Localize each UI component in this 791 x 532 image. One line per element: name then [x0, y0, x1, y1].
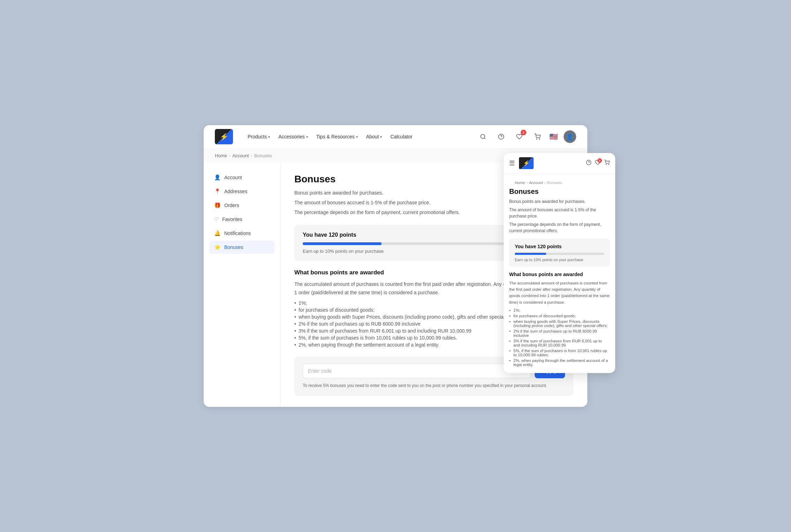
mobile-progress-fill: [515, 253, 546, 255]
page-wrapper: ⚡ Products ▾ Accessories ▾ Tips & Resour…: [204, 125, 587, 407]
logo-area[interactable]: ⚡: [215, 129, 233, 144]
mobile-list-item: 3% if the sum of purchases from RUR 6,00…: [509, 338, 610, 348]
mobile-what-body: The accumulated amount of purchases is c…: [509, 280, 610, 306]
mobile-navbar: ☰ ⚡ 2: [504, 153, 615, 174]
mobile-page-title: Bonuses: [509, 188, 610, 196]
heart-icon: ♡: [214, 216, 219, 222]
breadcrumb-sep2: ›: [251, 153, 252, 158]
wishlist-button[interactable]: 2: [513, 130, 526, 143]
breadcrumb-account[interactable]: Account: [232, 153, 249, 158]
mobile-sep2: ›: [544, 181, 546, 185]
wishlist-badge: 2: [521, 130, 526, 135]
mobile-wishlist-badge: 2: [597, 158, 602, 163]
user-avatar[interactable]: 👤: [564, 130, 576, 143]
location-icon: 📍: [214, 188, 221, 195]
nav-tips-label: Tips & Resources: [316, 134, 355, 139]
progress-bar-fill: [303, 242, 382, 245]
nav-links: Products ▾ Accessories ▾ Tips & Resource…: [244, 131, 466, 142]
sidebar-item-account[interactable]: 👤 Account: [209, 171, 274, 184]
chevron-down-icon: ▾: [268, 135, 270, 139]
sidebar-item-bonuses[interactable]: ⭐ Bonuses: [209, 241, 274, 254]
sidebar-item-addresses[interactable]: 📍 Addresses: [209, 185, 274, 198]
breadcrumb-home[interactable]: Home: [215, 153, 227, 158]
chevron-down-icon: ▾: [380, 135, 382, 139]
mobile-what-title: What bonus points are awarded: [509, 272, 610, 277]
nav-about[interactable]: About ▾: [363, 131, 386, 142]
cart-button[interactable]: [531, 130, 544, 143]
mobile-points-card: You have 120 points Earn up to 10% point…: [509, 239, 610, 267]
orders-icon: 🎁: [214, 202, 221, 208]
navbar: ⚡ Products ▾ Accessories ▾ Tips & Resour…: [204, 125, 587, 149]
sidebar-item-notifications[interactable]: 🔔 Notifications: [209, 227, 274, 240]
sidebar-label-bonuses: Bonuses: [224, 244, 243, 250]
mobile-list-item: 1%;: [509, 307, 610, 313]
breadcrumb-current: Bonuses: [254, 153, 272, 158]
sidebar-item-favorites[interactable]: ♡ Favorites: [209, 213, 274, 226]
mobile-cart-button[interactable]: [604, 160, 610, 167]
user-icon: 👤: [214, 174, 221, 181]
mobile-wishlist-button[interactable]: 2: [595, 160, 601, 167]
nav-products-label: Products: [248, 134, 267, 139]
nav-calculator-label: Calculator: [390, 134, 412, 139]
sidebar-label-notifications: Notifications: [224, 230, 251, 236]
mobile-help-button[interactable]: [586, 160, 592, 167]
mobile-menu-icon[interactable]: ☰: [509, 159, 515, 167]
mobile-content: Home › Account › Bonuses Bonuses Bonus p…: [504, 174, 615, 373]
sidebar-label-account: Account: [224, 175, 242, 180]
svg-point-6: [609, 164, 609, 165]
mobile-breadcrumb-home[interactable]: Home: [515, 181, 525, 185]
chevron-down-icon: ▾: [356, 135, 358, 139]
mobile-logo: ⚡: [519, 157, 534, 169]
svg-point-2: [536, 139, 537, 139]
mobile-progress-background: [515, 253, 604, 255]
svg-point-5: [606, 164, 606, 165]
sidebar: 👤 Account 📍 Addresses 🎁 Orders ♡ Favorit…: [204, 162, 280, 407]
mobile-list-item: 5%, if the sum of purchases is from 10,0…: [509, 348, 610, 358]
sidebar-item-orders[interactable]: 🎁 Orders: [209, 199, 274, 212]
nav-about-label: About: [366, 134, 379, 139]
nav-calculator[interactable]: Calculator: [387, 131, 416, 142]
mobile-bullets-list: 1%; for purchases of discounted goods; w…: [509, 307, 610, 367]
mobile-list-item: when buying goods with Super Prices, dis…: [509, 319, 610, 328]
nav-products[interactable]: Products ▾: [244, 131, 273, 142]
mobile-intro3: The percentage depends on the form of pa…: [509, 221, 610, 234]
help-button[interactable]: [495, 130, 507, 143]
logo-icon: ⚡: [215, 129, 233, 144]
mobile-sep1: ›: [526, 181, 528, 185]
chevron-down-icon: ▾: [306, 135, 308, 139]
sidebar-label-orders: Orders: [224, 203, 239, 208]
svg-point-0: [481, 134, 485, 138]
mobile-nav-left: ☰ ⚡: [509, 157, 534, 169]
mobile-breadcrumb-account[interactable]: Account: [529, 181, 543, 185]
mobile-breadcrumb: Home › Account › Bonuses: [509, 178, 610, 188]
promo-code-input[interactable]: [303, 364, 531, 378]
language-selector[interactable]: 🇺🇸: [549, 132, 558, 141]
nav-accessories[interactable]: Accessories ▾: [275, 131, 311, 142]
mobile-points-sub: Earn up to 10% points on your purchase: [515, 258, 604, 262]
promo-note: To receive 5% bonuses you need to enter …: [303, 382, 565, 389]
mobile-nav-right: 2: [586, 160, 610, 167]
mobile-list-item: for purchases of discounted goods;: [509, 313, 610, 319]
nav-accessories-label: Accessories: [278, 134, 304, 139]
mobile-card: ☰ ⚡ 2 Home › Account: [504, 153, 615, 373]
nav-actions: 2 🇺🇸 👤: [477, 130, 576, 143]
sidebar-label-favorites: Favorites: [222, 216, 242, 222]
star-icon: ⭐: [214, 244, 221, 250]
bell-icon: 🔔: [214, 230, 221, 236]
mobile-points-title: You have 120 points: [515, 244, 604, 249]
mobile-list-item: 2% if the sum of purchases up to RUB 600…: [509, 328, 610, 338]
svg-point-3: [539, 139, 540, 139]
mobile-intro1: Bonus points are awarded for purchases.: [509, 198, 610, 205]
search-button[interactable]: [477, 130, 489, 143]
mobile-breadcrumb-current: Bonuses: [547, 181, 562, 185]
nav-tips[interactable]: Tips & Resources ▾: [313, 131, 361, 142]
breadcrumb-sep1: ›: [229, 153, 231, 158]
sidebar-label-addresses: Addresses: [224, 189, 247, 194]
mobile-list-item: 2%, when paying through the settlement a…: [509, 358, 610, 367]
mobile-intro2: The amount of bonuses accrued is 1-5% of…: [509, 207, 610, 219]
